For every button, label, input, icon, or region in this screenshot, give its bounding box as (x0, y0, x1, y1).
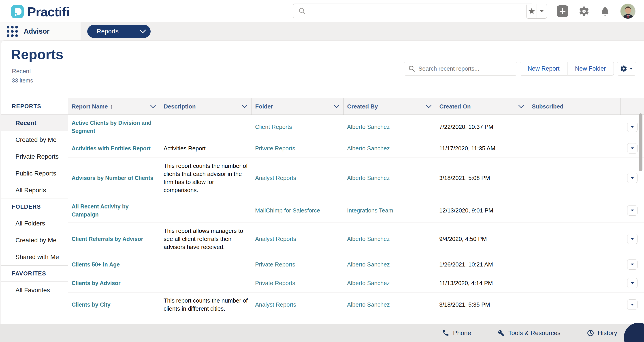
practifi-logo: Practifi (11, 4, 70, 19)
created-by-link[interactable]: Alberto Sanchez (347, 301, 390, 308)
created-on-value: 7/22/2020, 10:37 PM (436, 115, 528, 139)
subscribed-value (528, 198, 620, 223)
setup-button[interactable] (578, 5, 590, 17)
reports-context-label: Reports (87, 28, 135, 35)
sidebar-item[interactable]: Public Reports (1, 165, 68, 182)
row-actions-button[interactable] (627, 173, 638, 183)
created-by-link[interactable]: Integrations Team (347, 207, 393, 214)
row-actions-button[interactable] (627, 234, 638, 244)
created-on-value: 12/13/2020, 9:01 PM (436, 198, 528, 223)
dock-tools-resources[interactable]: Tools & Resources (498, 329, 560, 337)
report-name-link[interactable]: Active Clients by Division and Segment (72, 120, 152, 134)
row-actions-button[interactable] (627, 278, 638, 288)
report-search[interactable] (404, 62, 517, 76)
global-search[interactable] (293, 4, 533, 18)
report-row[interactable]: All Recent Activity by Campaign MailChim… (68, 198, 644, 223)
star-icon (528, 8, 536, 15)
global-search-input[interactable] (310, 8, 511, 15)
folder-link[interactable]: Analyst Reports (255, 175, 296, 181)
chevron-down-icon[interactable] (150, 105, 156, 108)
folder-link[interactable]: Analyst Reports (255, 301, 296, 308)
dock-history[interactable]: History (587, 329, 617, 337)
app-name[interactable]: Advisor (24, 27, 50, 35)
sidebar-item[interactable]: Created by Me (1, 232, 68, 249)
report-row[interactable]: Client Referrals by Advisor This report … (68, 223, 644, 255)
report-name-link[interactable]: Client Referrals by Advisor (72, 236, 143, 242)
page-header: Reports Recent 33 items New Report New F… (1, 41, 644, 98)
report-row[interactable]: Clients 50+ in Age Private Reports Alber… (68, 255, 644, 274)
app-launcher-icon[interactable] (7, 26, 18, 37)
folder-link[interactable]: Client Reports (255, 123, 292, 130)
created-by-link[interactable]: Alberto Sanchez (347, 236, 390, 242)
report-name-link[interactable]: Clients by Advisor (72, 280, 120, 286)
report-name-link[interactable]: Activities with Entities Report (72, 145, 150, 151)
row-actions-button[interactable] (627, 259, 638, 270)
folder-link[interactable]: Private Reports (255, 280, 295, 286)
report-name-link[interactable]: Clients by City (72, 301, 110, 308)
column-header-report-name[interactable]: Report Name ↑ (68, 98, 160, 115)
created-by-link[interactable]: Alberto Sanchez (347, 280, 390, 286)
report-row[interactable]: Active Clients by Division and Segment C… (68, 115, 644, 139)
bell-icon (600, 6, 610, 17)
notifications-button[interactable] (600, 6, 610, 17)
dock-phone[interactable]: Phone (442, 329, 471, 337)
list-settings-button[interactable] (617, 62, 636, 76)
column-header-description[interactable]: Description (160, 98, 252, 115)
new-report-button[interactable]: New Report (520, 62, 568, 76)
column-header-actions (620, 98, 644, 115)
report-name-link[interactable]: Clients 50+ in Age (72, 261, 120, 268)
pill-dropdown[interactable] (135, 29, 150, 33)
sidebar-item[interactable]: All Reports (1, 182, 68, 199)
folder-link[interactable]: Private Reports (255, 145, 295, 152)
column-header-created-on[interactable]: Created On (436, 98, 528, 115)
folder-link[interactable]: Analyst Reports (255, 236, 296, 242)
sidebar-item[interactable]: All Folders (1, 215, 68, 232)
report-description (160, 255, 252, 274)
report-name-link[interactable]: Advisors by Number of Clients (72, 175, 153, 181)
object-nav-strip: Advisor Reports (0, 23, 644, 40)
report-row[interactable]: Activities with Entities Report Activiti… (68, 139, 644, 158)
item-count: 33 items (12, 77, 33, 84)
chevron-down-icon[interactable] (518, 105, 524, 108)
row-actions-button[interactable] (627, 122, 638, 132)
sidebar-item[interactable]: All Favorites (1, 282, 68, 298)
sidebar-item[interactable]: Shared with Me (1, 249, 68, 265)
sort-ascending-icon: ↑ (110, 103, 113, 110)
report-row[interactable]: Advisors by Number of Clients This repor… (68, 158, 644, 198)
chevron-down-icon[interactable] (426, 105, 432, 108)
row-actions-button[interactable] (627, 299, 638, 310)
report-row[interactable]: Clients by Advisor Private Reports Alber… (68, 274, 644, 292)
avatar-photo (620, 4, 636, 19)
favorites-dropdown-button[interactable] (537, 4, 547, 18)
created-by-link[interactable]: Alberto Sanchez (347, 175, 390, 181)
report-name-link[interactable]: All Recent Activity by Campaign (72, 203, 129, 218)
folder-link[interactable]: MailChimp for Salesforce (255, 207, 320, 214)
chevron-down-icon[interactable] (242, 105, 248, 108)
clock-icon (587, 329, 594, 337)
new-folder-button[interactable]: New Folder (568, 62, 614, 76)
column-header-subscribed[interactable]: Subscribed (528, 98, 620, 115)
user-avatar[interactable] (620, 4, 636, 19)
created-by-link[interactable]: Alberto Sanchez (347, 123, 390, 130)
row-actions-button[interactable] (627, 143, 638, 153)
report-search-input[interactable] (418, 65, 512, 72)
table-scrollbar-thumb[interactable] (639, 113, 642, 171)
reports-context-pill[interactable]: Reports (87, 25, 150, 38)
report-description (160, 115, 252, 139)
created-by-link[interactable]: Alberto Sanchez (347, 145, 390, 152)
report-row[interactable]: Clients by City This report counts the n… (68, 292, 644, 317)
sidebar-item[interactable]: Created by Me (1, 131, 68, 148)
folder-link[interactable]: Private Reports (255, 261, 295, 268)
sidebar-item[interactable]: Recent (1, 114, 68, 131)
chevron-down-icon[interactable] (334, 105, 340, 108)
column-header-created-by[interactable]: Created By (344, 98, 436, 115)
row-actions-button[interactable] (627, 205, 638, 216)
column-header-folder[interactable]: Folder (252, 98, 344, 115)
search-icon (408, 65, 415, 72)
created-by-link[interactable]: Alberto Sanchez (347, 261, 390, 268)
favorites-star-button[interactable] (526, 4, 537, 18)
sidebar-item[interactable]: Private Reports (1, 148, 68, 165)
created-on-value: 9/4/2020, 4:50 PM (436, 223, 528, 255)
global-add-button[interactable] (557, 5, 568, 17)
subscribed-value (528, 115, 620, 139)
